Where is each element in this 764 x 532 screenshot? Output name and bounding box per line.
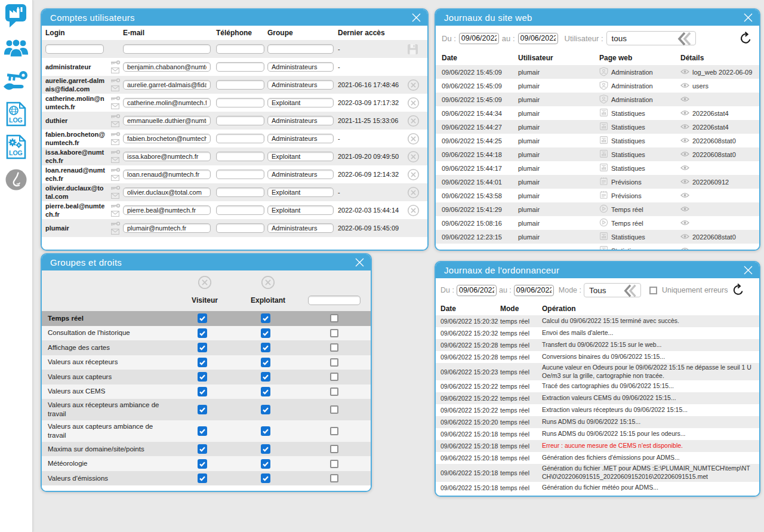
exploitant-checkbox[interactable] <box>261 387 270 396</box>
date-to-input[interactable] <box>518 33 558 44</box>
mode-filter-select[interactable]: Tous <box>584 283 641 297</box>
eye-icon[interactable] <box>680 96 689 103</box>
odor-icon[interactable] <box>3 167 29 192</box>
new-group-checkbox[interactable] <box>330 343 338 352</box>
visiteur-checkbox[interactable] <box>198 405 207 414</box>
eye-icon[interactable] <box>680 151 689 158</box>
mail-icon[interactable] <box>111 67 119 75</box>
user-group-input[interactable] <box>267 223 334 233</box>
access-key-icon[interactable] <box>3 69 29 94</box>
user-phone-input[interactable] <box>216 205 264 215</box>
delete-user-button[interactable] <box>407 204 423 217</box>
factory-chat-icon[interactable] <box>3 3 29 28</box>
mail-icon[interactable] <box>111 229 119 236</box>
key-icon[interactable] <box>110 202 121 210</box>
new-group-checkbox[interactable] <box>330 445 338 453</box>
users-group-icon[interactable] <box>3 36 29 61</box>
new-group-name-input[interactable] <box>308 296 361 305</box>
exploitant-checkbox[interactable] <box>261 473 270 483</box>
exploitant-checkbox[interactable] <box>261 405 270 414</box>
mail-icon[interactable] <box>111 193 119 200</box>
user-phone-input[interactable] <box>216 170 264 179</box>
new-group-checkbox[interactable] <box>330 329 338 337</box>
exploitant-checkbox[interactable] <box>261 328 270 338</box>
visiteur-checkbox[interactable] <box>198 444 207 454</box>
eye-icon[interactable] <box>680 233 689 241</box>
user-group-input[interactable] <box>267 205 334 215</box>
user-email-input[interactable] <box>123 205 211 215</box>
key-icon[interactable] <box>110 113 121 120</box>
delete-user-button[interactable] <box>407 133 423 145</box>
visiteur-checkbox[interactable] <box>198 459 207 469</box>
user-email-input[interactable] <box>123 223 211 233</box>
visiteur-checkbox[interactable] <box>198 372 207 382</box>
user-filter-select[interactable]: tous <box>606 31 696 45</box>
mail-icon[interactable] <box>111 103 119 110</box>
new-group-checkbox[interactable] <box>330 388 338 396</box>
delete-group-button[interactable] <box>236 275 300 293</box>
eye-icon[interactable] <box>680 179 689 186</box>
user-email-input[interactable] <box>123 152 211 161</box>
eye-icon[interactable] <box>680 206 689 213</box>
key-icon[interactable] <box>110 95 121 102</box>
exploitant-checkbox[interactable] <box>261 313 270 323</box>
date-from-input[interactable] <box>459 33 499 44</box>
new-group-checkbox[interactable] <box>330 373 338 381</box>
new-user-login-input[interactable] <box>45 44 104 54</box>
user-email-input[interactable] <box>123 187 211 197</box>
errors-only-checkbox[interactable] <box>649 287 657 294</box>
user-group-input[interactable] <box>267 80 334 90</box>
delete-user-button[interactable] <box>407 79 423 91</box>
exploitant-checkbox[interactable] <box>261 372 270 382</box>
delete-user-button[interactable] <box>407 150 423 163</box>
key-icon[interactable] <box>110 184 121 192</box>
visiteur-checkbox[interactable] <box>198 426 207 436</box>
refresh-icon[interactable] <box>731 283 745 297</box>
user-phone-input[interactable] <box>216 116 264 125</box>
visiteur-checkbox[interactable] <box>198 328 207 338</box>
key-icon[interactable] <box>110 77 121 84</box>
new-group-checkbox[interactable] <box>330 460 338 468</box>
visiteur-checkbox[interactable] <box>198 473 207 483</box>
eye-icon[interactable] <box>680 124 689 131</box>
user-phone-input[interactable] <box>216 62 264 72</box>
user-phone-input[interactable] <box>216 223 264 233</box>
mail-icon[interactable] <box>111 121 119 128</box>
date-from-input[interactable] <box>457 285 497 296</box>
scheduler-log-icon[interactable]: LOG <box>3 134 29 159</box>
eye-icon[interactable] <box>680 110 689 117</box>
new-group-checkbox[interactable] <box>330 358 338 367</box>
user-phone-input[interactable] <box>216 152 264 161</box>
eye-icon[interactable] <box>680 82 689 90</box>
close-icon[interactable] <box>743 13 753 23</box>
mail-icon[interactable] <box>111 175 119 182</box>
close-icon[interactable] <box>411 13 421 23</box>
delete-user-button[interactable] <box>407 186 423 199</box>
exploitant-checkbox[interactable] <box>261 343 270 352</box>
close-icon[interactable] <box>355 257 365 267</box>
user-group-input[interactable] <box>267 62 334 72</box>
user-phone-input[interactable] <box>216 187 264 197</box>
web-log-icon[interactable]: LOG <box>3 102 29 127</box>
new-group-checkbox[interactable] <box>330 405 338 414</box>
date-to-input[interactable] <box>514 285 554 296</box>
visiteur-checkbox[interactable] <box>198 387 207 396</box>
new-user-group-input[interactable] <box>267 44 334 54</box>
user-email-input[interactable] <box>123 80 211 90</box>
exploitant-checkbox[interactable] <box>261 358 270 367</box>
eye-icon[interactable] <box>680 247 689 250</box>
eye-icon[interactable] <box>680 220 689 227</box>
eye-icon[interactable] <box>680 69 689 76</box>
new-group-checkbox[interactable] <box>330 314 338 322</box>
mail-icon[interactable] <box>111 211 119 218</box>
user-group-input[interactable] <box>267 170 334 179</box>
user-group-input[interactable] <box>267 98 334 107</box>
user-group-input[interactable] <box>267 134 334 143</box>
mail-icon[interactable] <box>111 85 119 93</box>
user-group-input[interactable] <box>267 116 334 125</box>
delete-user-button[interactable] <box>407 97 423 109</box>
refresh-icon[interactable] <box>738 31 753 46</box>
user-email-input[interactable] <box>123 116 211 125</box>
visiteur-checkbox[interactable] <box>198 313 207 323</box>
user-group-input[interactable] <box>267 187 334 197</box>
